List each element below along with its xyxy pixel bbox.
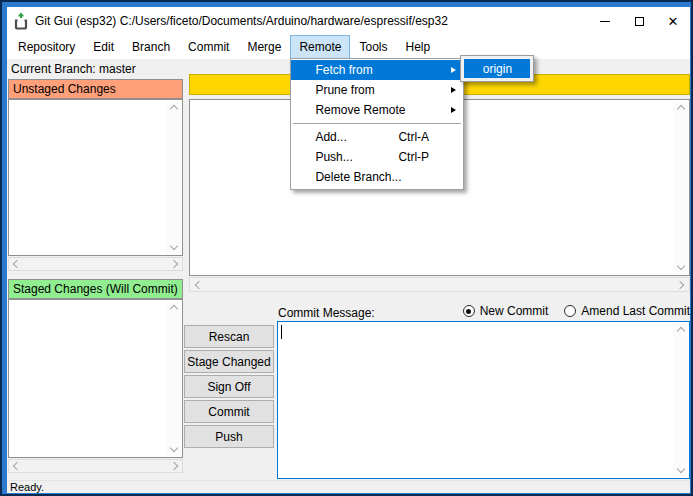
scroll-up-icon[interactable] [169,305,177,313]
scroll-right-icon[interactable] [170,462,178,470]
menu-remote-label: Remote [299,40,341,54]
commit-message-label: Commit Message: [278,306,375,320]
maximize-button[interactable] [622,7,656,35]
scroll-up-icon[interactable] [676,327,684,335]
menu-item-delete-branch[interactable]: Delete Branch... [291,167,463,187]
title-bar[interactable]: Git Gui (esp32) C:/Users/ficeto/Document… [7,7,690,35]
status-bar: Ready. [7,480,690,493]
close-button[interactable]: ✕ [656,7,690,35]
window-title: Git Gui (esp32) C:/Users/ficeto/Document… [35,14,448,28]
submenu-item-origin[interactable]: origin [464,59,530,78]
scroll-up-icon[interactable] [676,105,684,113]
menu-help[interactable]: Help [396,35,439,59]
menu-commit[interactable]: Commit [179,35,238,59]
diff-horizontal-scrollbar[interactable] [189,277,690,292]
menu-item-fetch-from[interactable]: Fetch from [291,60,463,80]
menu-separator [293,123,461,124]
scroll-left-icon[interactable] [13,462,21,470]
menu-item-remove-remote[interactable]: Remove Remote [291,100,463,120]
maximize-icon [635,17,644,26]
menu-tools[interactable]: Tools [350,35,396,59]
menu-item-push[interactable]: Push... Ctrl-P [291,147,463,167]
scroll-right-icon[interactable] [170,260,178,268]
fetch-from-submenu: origin [460,55,534,82]
commit-button[interactable]: Commit [184,400,274,423]
current-branch-label: Current Branch: master [11,62,136,76]
unstaged-changes-header: Unstaged Changes [8,79,183,99]
commit-type-radios: New Commit Amend Last Commit [463,304,690,318]
push-button[interactable]: Push [184,425,274,448]
shortcut-label: Ctrl-A [398,130,446,144]
menu-merge[interactable]: Merge [238,35,290,59]
scroll-down-icon[interactable] [169,444,177,452]
commit-message-input[interactable] [277,321,690,479]
unstaged-changes-title: Unstaged Changes [13,82,116,96]
scroll-right-icon[interactable] [676,280,684,288]
new-commit-label: New Commit [480,304,549,318]
staged-file-list[interactable] [8,299,183,458]
staged-changes-header: Staged Changes (Will Commit) [8,279,183,299]
minimize-button[interactable] [588,7,622,35]
commit-message-scrollbar[interactable] [673,323,688,477]
scroll-left-icon[interactable] [13,260,21,268]
submenu-arrow-icon [446,67,456,73]
minimize-icon [600,21,610,22]
menu-bar: Repository Edit Branch Commit Merge Remo… [7,35,690,59]
scroll-down-icon[interactable] [676,262,684,270]
scroll-down-icon[interactable] [169,242,177,250]
git-gui-window: Git Gui (esp32) C:/Users/ficeto/Document… [7,7,686,489]
status-text: Ready. [10,481,44,493]
rescan-button[interactable]: Rescan [184,325,274,348]
git-gui-app-icon [13,12,29,30]
staged-horizontal-scrollbar[interactable] [8,459,183,473]
unstaged-vertical-scrollbar[interactable] [166,101,181,254]
remote-dropdown-menu: Fetch from Prune from Remove Remote Add.… [290,58,464,190]
submenu-arrow-icon [446,107,456,113]
menu-item-prune-from[interactable]: Prune from [291,80,463,100]
menu-item-add[interactable]: Add... Ctrl-A [291,127,463,147]
submenu-arrow-icon [446,87,456,93]
window-border: Git Gui (esp32) C:/Users/ficeto/Document… [2,2,691,494]
unstaged-horizontal-scrollbar[interactable] [8,257,183,271]
shortcut-label: Ctrl-P [398,150,446,164]
menu-repository[interactable]: Repository [9,35,84,59]
menu-remote[interactable]: Remote Fetch from Prune from Remove Remo… [290,35,350,59]
unstaged-file-list[interactable] [8,99,183,256]
scroll-up-icon[interactable] [169,105,177,113]
staged-vertical-scrollbar[interactable] [166,301,181,456]
scroll-down-icon[interactable] [676,465,684,473]
staged-changes-title: Staged Changes (Will Commit) [13,282,178,296]
text-caret [281,325,282,339]
sign-off-button[interactable]: Sign Off [184,375,274,398]
amend-last-commit-label: Amend Last Commit [581,304,690,318]
amend-last-commit-radio[interactable] [564,305,576,317]
stage-changed-button[interactable]: Stage Changed [184,350,274,373]
menu-branch[interactable]: Branch [123,35,179,59]
close-icon: ✕ [668,15,679,28]
menu-edit[interactable]: Edit [84,35,123,59]
desktop: Git Gui (esp32) C:/Users/ficeto/Document… [0,0,693,496]
scroll-left-icon[interactable] [195,280,203,288]
diff-vertical-scrollbar[interactable] [673,101,688,274]
new-commit-radio[interactable] [463,305,475,317]
